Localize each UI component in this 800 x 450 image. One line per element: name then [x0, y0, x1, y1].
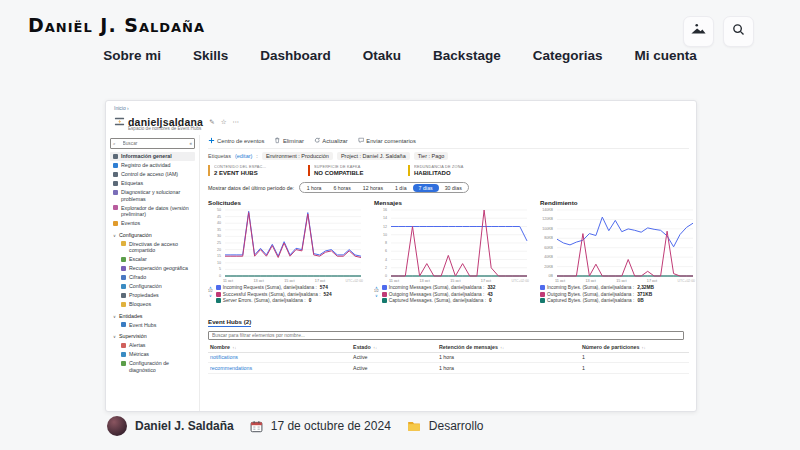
column-header-retenci-n-de-mensajes[interactable]: Retención de mensajes ↑↓: [439, 344, 582, 350]
breadcrumb[interactable]: Inicio ›: [114, 105, 129, 111]
column-header-nombre[interactable]: Nombre ↑↓: [210, 344, 353, 350]
period-option-1-d-a[interactable]: 1 día: [389, 184, 413, 192]
mountain-button[interactable]: [683, 16, 714, 47]
nav-item-categorias[interactable]: Categorias: [533, 48, 603, 63]
nav-item-mi-cuenta[interactable]: Mi cuenta: [634, 48, 696, 63]
nav-item-otaku[interactable]: Otaku: [363, 48, 401, 63]
nav-item-sobre-mi[interactable]: Sobre mi: [103, 48, 161, 63]
legend-pager[interactable]: ∧1/2∨: [374, 286, 379, 298]
sidebar-item-directivas-de-acceso-compartido[interactable]: Directivas de acceso compartido: [110, 240, 195, 256]
sidebar-item-eventos[interactable]: Eventos: [110, 219, 195, 228]
legend-item: Successful Requests (Suma), danieljsalda…: [216, 292, 332, 297]
eliminar-button[interactable]: Eliminar: [274, 137, 303, 145]
legend-item: Server Errors. (Suma), danieljsaldana : …: [216, 298, 332, 303]
legend-label: Successful Requests (Suma), danieljsalda…: [223, 292, 321, 297]
sidebar-item-configuraci-n[interactable]: Configuración: [110, 282, 195, 291]
sidebar-item-event-hubs[interactable]: Event Hubs: [110, 321, 195, 330]
sidebar-item-propiedades[interactable]: Propiedades: [110, 291, 195, 300]
period-option-7-d-as[interactable]: 7 días: [413, 184, 439, 192]
chevron-down-icon[interactable]: ∨: [375, 294, 378, 298]
sidebar-item-diagnosticar-y-solucionar-problemas[interactable]: Diagnosticar y solucionar problemas: [110, 188, 195, 204]
x-tick-label: 11 oct: [389, 279, 399, 283]
sidebar-item-bloqueos[interactable]: Bloqueos: [110, 300, 195, 309]
sidebar-item-etiquetas[interactable]: Etiquetas: [110, 179, 195, 188]
more-icon[interactable]: ⋯: [232, 118, 239, 126]
legend-pager[interactable]: ∧1/2∨: [208, 286, 213, 298]
enviar-comentarios-button[interactable]: Enviar comentarios: [358, 137, 416, 145]
collapse-icon[interactable]: «: [189, 141, 192, 146]
column-header-estado[interactable]: Estado ↑↓: [353, 344, 439, 350]
overview-icon: [113, 154, 118, 159]
sidebar-search-input[interactable]: [123, 141, 183, 146]
sidebar-item-explorador-de-datos-versi-n-preliminar[interactable]: Explorador de datos (versión preliminar): [110, 204, 195, 220]
actualizar-button[interactable]: Actualizar: [314, 137, 348, 145]
sidebar-item-supervisi-n[interactable]: ∨Supervisión: [110, 332, 195, 341]
legend-label: Incoming Bytes. (Suma), danieljsaldana :: [547, 285, 634, 290]
tab-event-hubs[interactable]: Event Hubs (2): [208, 318, 251, 327]
table-cell: Active: [353, 365, 439, 371]
geo-recovery-icon: [121, 266, 126, 271]
sidebar-item-escalar[interactable]: Escalar: [110, 255, 195, 264]
legend-value: 2,32MB: [637, 285, 654, 290]
sidebar-item-registro-de-actividad[interactable]: Registro de actividad: [110, 161, 195, 170]
table-cell: 1: [582, 354, 687, 360]
sidebar-item-configuraci-n-de-diagn-stico[interactable]: Configuración de diagnóstico: [110, 359, 195, 375]
nav-item-dashboard[interactable]: Dashboard: [260, 48, 331, 63]
site-logo[interactable]: Daniël J. Saldaña: [28, 14, 205, 36]
sidebar-search[interactable]: ⌕ «: [110, 138, 195, 149]
chevron-down-icon[interactable]: ∨: [209, 294, 212, 298]
sidebar-item-informaci-n-general[interactable]: Información general: [110, 152, 195, 161]
period-option-30-d-as[interactable]: 30 días: [439, 184, 468, 192]
sidebar-item-control-de-acceso-iam[interactable]: Control de acceso (IAM): [110, 170, 195, 179]
y-tick-label: 2: [374, 266, 387, 270]
event-hub-link[interactable]: recommendations: [210, 365, 353, 371]
access-control-icon: [113, 172, 118, 177]
sidebar-item-alertas[interactable]: Alertas: [110, 341, 195, 350]
period-label: Mostrar datos del último período de:: [208, 185, 294, 191]
metric-charts: Solicitudes5045403530252015105011 oct13 …: [208, 199, 689, 303]
column-header-n-mero-de-particiones[interactable]: Número de particiones ↑↓: [582, 344, 687, 350]
nav-item-backstage[interactable]: Backstage: [433, 48, 501, 63]
period-option-1-hora[interactable]: 1 hora: [301, 184, 328, 192]
sidebar-item-label: Entidades: [119, 313, 143, 320]
y-tick-label: 120KB: [540, 217, 553, 221]
y-axis-labels: 50454035302520151050: [208, 208, 221, 278]
edit-title-icon[interactable]: ✎: [209, 118, 214, 126]
period-option-12-horas[interactable]: 12 horas: [357, 184, 389, 192]
y-tick-label: 40KB: [540, 255, 553, 259]
edit-tags-link[interactable]: (editar): [235, 153, 252, 159]
legend-items: Incoming Messages (Suma), danieljsaldana…: [382, 285, 496, 303]
avatar: [107, 416, 127, 436]
chart-mensajes: Mensajes161412108642011 oct13 oct15 oct1…: [374, 199, 529, 303]
legend-item: Outgoing Messages (Suma), danieljsaldana…: [382, 292, 496, 297]
event-hub-link[interactable]: notifications: [210, 354, 353, 360]
period-option-6-horas[interactable]: 6 horas: [328, 184, 357, 192]
utc-note: UTC+02:00: [678, 279, 695, 283]
sidebar-item-recuperaci-n-geogr-fica[interactable]: Recuperación geográfica: [110, 264, 195, 273]
event-hubs-filter-input[interactable]: [208, 331, 684, 340]
sidebar-item-label: Configuración de diagnóstico: [129, 360, 192, 373]
status-card-value: NO COMPATIBLE: [314, 170, 402, 176]
legend-swatch: [382, 292, 387, 297]
legend-item: Captured Messages. (Suma), danieljsaldan…: [382, 298, 496, 303]
sidebar-item-label: Control de acceso (IAM): [121, 171, 178, 178]
legend-label: Captured Messages. (Suma), danieljsaldan…: [389, 298, 486, 303]
legend-swatch: [540, 292, 545, 297]
sort-icon: ↑↓: [372, 345, 377, 350]
sidebar-item-entidades[interactable]: ∨Entidades: [110, 312, 195, 321]
y-tick-label: 6: [374, 249, 387, 253]
sidebar-item-m-tricas[interactable]: Métricas: [110, 350, 195, 359]
centro-de-eventos-button[interactable]: Centro de eventos: [208, 137, 264, 145]
sidebar-item-configuraci-n[interactable]: ∨Configuración: [110, 231, 195, 240]
search-button[interactable]: [723, 16, 754, 47]
legend-value: 0: [489, 298, 492, 303]
status-card-value: 2 EVENT HUBS: [214, 170, 302, 176]
sidebar-item-cifrado[interactable]: Cifrado: [110, 273, 195, 282]
shared-access-policies-icon: [121, 241, 126, 246]
legend-label: Incoming Requests (Suma), danieljsaldana…: [223, 285, 317, 290]
nav-item-skills[interactable]: Skills: [193, 48, 228, 63]
favorite-icon[interactable]: ☆: [221, 118, 227, 126]
toolbar-label: Eliminar: [283, 138, 304, 144]
y-tick-label: 45: [208, 215, 221, 219]
post-date: 17 de octubre de 2024: [271, 419, 391, 433]
